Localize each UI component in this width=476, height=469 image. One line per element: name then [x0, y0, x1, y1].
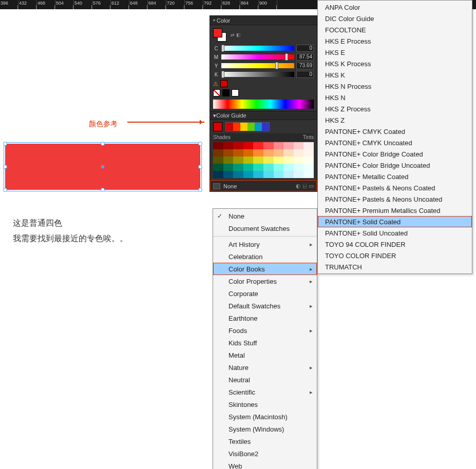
guide-swatch[interactable] [233, 142, 243, 149]
guide-swatch[interactable] [263, 149, 274, 157]
menu-item[interactable]: Skintones [213, 398, 317, 411]
handle-mid-left[interactable] [3, 165, 7, 169]
submenu-item[interactable]: PANTONE+ CMYK Coated [318, 126, 472, 137]
guide-swatch[interactable] [283, 142, 294, 149]
menu-item[interactable]: VisiBone2 [213, 447, 317, 460]
guide-swatch[interactable] [243, 142, 254, 149]
menu-item[interactable]: Default Swatches [213, 300, 317, 312]
menu-item[interactable]: Art History [213, 238, 317, 250]
submenu-item[interactable]: PANTONE+ CMYK Uncoated [318, 137, 472, 148]
submenu-item[interactable]: HKS K Process [318, 58, 472, 69]
submenu-item[interactable]: TRUMATCH [318, 261, 472, 272]
handle-top-mid[interactable] [101, 142, 105, 146]
menu-item[interactable]: Metal [213, 349, 317, 361]
guide-swatch[interactable] [253, 157, 263, 164]
menu-item[interactable]: Color Properties [213, 275, 317, 287]
submenu-item[interactable]: PANTONE+ Pastels & Neons Coated [318, 182, 472, 193]
guide-swatch[interactable] [243, 164, 254, 171]
submenu-item[interactable]: DIC Color Guide [318, 13, 472, 24]
guide-swatch[interactable] [243, 157, 254, 164]
guide-swatch[interactable] [294, 149, 304, 157]
handle-bot-right[interactable] [198, 188, 202, 192]
y-slider[interactable] [221, 63, 294, 68]
guide-swatch[interactable] [294, 171, 304, 178]
guide-swatch[interactable] [274, 149, 284, 157]
guide-swatch[interactable] [303, 142, 314, 149]
k-value[interactable]: 0 [296, 71, 314, 78]
color-guide-header[interactable]: ▾ Color Guide [210, 111, 317, 120]
menu-item[interactable]: Textiles [213, 435, 317, 447]
new-swatch-icon[interactable]: ▭ [309, 183, 314, 189]
guide-swatch[interactable] [233, 157, 243, 164]
menu-item[interactable]: Neutral [213, 374, 317, 386]
guide-swatch[interactable] [223, 149, 234, 157]
guide-swatch[interactable] [233, 164, 243, 171]
guide-swatch[interactable] [233, 171, 243, 178]
guide-swatch[interactable] [213, 149, 223, 157]
menu-item[interactable]: Kids Stuff [213, 337, 317, 349]
guide-swatch[interactable] [303, 171, 314, 178]
submenu-item[interactable]: HKS N [318, 92, 472, 103]
m-value[interactable]: 87.54 [296, 53, 314, 61]
guide-swatch[interactable] [294, 157, 304, 164]
handle-top-right[interactable] [198, 142, 202, 146]
menu-item[interactable]: None [213, 210, 317, 222]
guide-swatch[interactable] [213, 157, 223, 164]
submenu-item[interactable]: HKS E [318, 47, 472, 58]
guide-swatch[interactable] [263, 142, 274, 149]
menu-item[interactable]: Earthtone [213, 312, 317, 324]
guide-swatch[interactable] [213, 171, 223, 178]
color-guide-grid[interactable] [213, 142, 314, 178]
fill-stroke-swatch[interactable] [213, 28, 226, 42]
guide-swatch[interactable] [223, 142, 234, 149]
submenu-item[interactable]: PANTONE+ Solid Uncoated [318, 227, 472, 239]
guide-swatch[interactable] [223, 164, 234, 171]
guide-swatch[interactable] [283, 164, 294, 171]
menu-item[interactable]: Corporate [213, 287, 317, 300]
c-slider[interactable] [221, 46, 294, 51]
menu-item[interactable]: System (Macintosh) [213, 411, 317, 423]
swap-icon[interactable]: ⇄ [231, 32, 235, 37]
handle-bot-mid[interactable] [101, 188, 105, 192]
guide-swatch[interactable] [294, 142, 304, 149]
guide-swatch[interactable] [283, 149, 294, 157]
submenu-item[interactable]: PANTONE+ Solid Coated [318, 216, 472, 227]
submenu-item[interactable]: PANTONE+ Pastels & Neons Uncoated [318, 193, 472, 205]
guide-swatch[interactable] [263, 171, 274, 178]
menu-item[interactable]: Celebration [213, 250, 317, 263]
last-color-swatch[interactable] [220, 80, 227, 87]
guide-swatch[interactable] [263, 164, 274, 171]
menu-item[interactable]: Document Swatches [213, 222, 317, 234]
color-panel-header[interactable]: ▾ Color [210, 16, 317, 25]
handle-bot-left[interactable] [3, 188, 7, 192]
guide-swatch[interactable] [253, 149, 263, 157]
save-group-icon[interactable]: ⌸ [303, 183, 307, 189]
submenu-item[interactable]: HKS Z Process [318, 103, 472, 114]
guide-swatch[interactable] [253, 164, 263, 171]
submenu-item[interactable]: PANTONE+ Color Bridge Uncoated [318, 160, 472, 171]
guide-swatch[interactable] [294, 164, 304, 171]
guide-swatch[interactable] [283, 157, 294, 164]
menu-item[interactable]: Foods [213, 324, 317, 337]
library-icon[interactable] [213, 183, 220, 189]
guide-swatch[interactable] [243, 171, 254, 178]
guide-swatch[interactable] [243, 149, 254, 157]
submenu-item[interactable]: HKS E Process [318, 35, 472, 47]
handle-mid-right[interactable] [198, 165, 202, 169]
submenu-item[interactable]: HKS N Process [318, 81, 472, 92]
base-color-swatch[interactable] [213, 122, 222, 131]
gamut-warning-icon[interactable]: ⚠ [213, 81, 218, 87]
white-swatch[interactable] [232, 89, 239, 96]
guide-swatch[interactable] [213, 142, 223, 149]
guide-swatch[interactable] [274, 157, 284, 164]
no-color-swatch[interactable] [213, 89, 220, 96]
submenu-item[interactable]: PANTONE+ Metallic Coated [318, 171, 472, 182]
submenu-item[interactable]: HKS Z [318, 114, 472, 126]
default-icon[interactable]: ◧ [236, 32, 241, 37]
library-dropdown[interactable]: None [223, 183, 237, 189]
guide-swatch[interactable] [223, 171, 234, 178]
guide-swatch[interactable] [253, 142, 263, 149]
guide-swatch[interactable] [233, 149, 243, 157]
menu-item[interactable]: Scientific [213, 386, 317, 398]
guide-swatch[interactable] [253, 171, 263, 178]
